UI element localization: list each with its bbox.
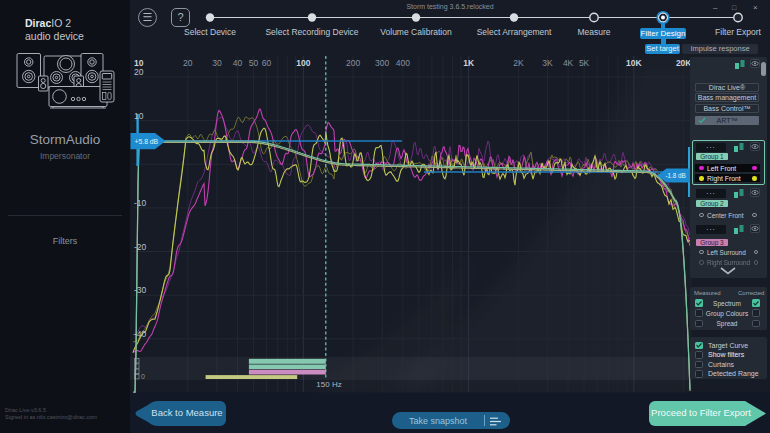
svg-text:+5.8 dB: +5.8 dB <box>135 138 159 145</box>
svg-text:50: 50 <box>249 58 259 68</box>
svg-text:150 Hz: 150 Hz <box>316 380 341 389</box>
svg-text:2K: 2K <box>513 58 524 68</box>
svg-text:-30: -30 <box>134 285 147 295</box>
svg-text:-40: -40 <box>134 329 147 339</box>
svg-text:30: 30 <box>212 58 222 68</box>
svg-text:20: 20 <box>134 67 144 77</box>
svg-text:10K: 10K <box>626 58 642 68</box>
svg-text:40: 40 <box>233 58 243 68</box>
svg-text:4K: 4K <box>563 58 574 68</box>
svg-text:20: 20 <box>183 58 193 68</box>
svg-text:100: 100 <box>296 58 310 68</box>
svg-text:-10: -10 <box>134 198 147 208</box>
svg-text:10: 10 <box>134 111 144 121</box>
svg-text:60: 60 <box>262 58 272 68</box>
svg-text:0: 0 <box>141 373 145 380</box>
svg-text:1K: 1K <box>463 58 475 68</box>
svg-text:200: 200 <box>346 58 360 68</box>
svg-text:3K: 3K <box>542 58 553 68</box>
svg-text:5K: 5K <box>579 58 590 68</box>
svg-text:-1.8 dB: -1.8 dB <box>666 172 686 179</box>
svg-text:400: 400 <box>396 58 410 68</box>
svg-text:300: 300 <box>375 58 389 68</box>
svg-text:-20: -20 <box>134 242 147 252</box>
